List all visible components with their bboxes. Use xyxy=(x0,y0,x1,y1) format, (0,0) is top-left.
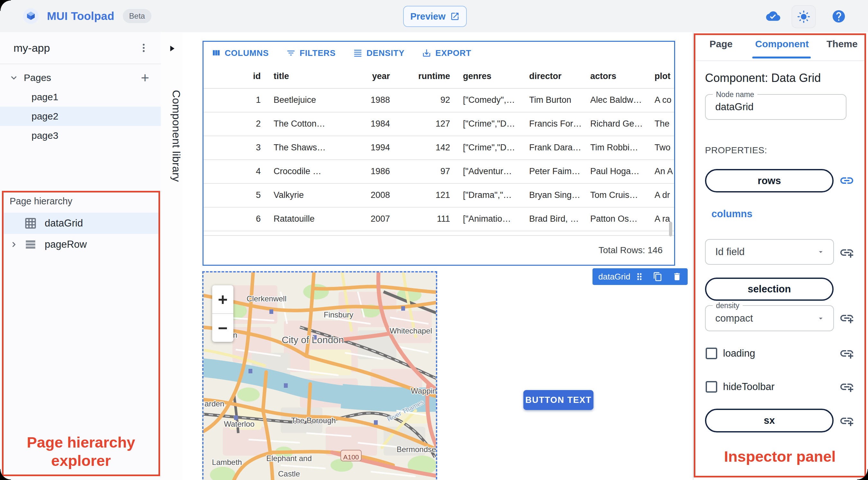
table-cell: Paul Hoga… xyxy=(584,160,648,183)
table-cell: 92 xyxy=(396,89,457,112)
page-canvas: COLUMNS FILTERS DENSITY EXPORT xyxy=(183,32,693,480)
map-label: Castle xyxy=(278,470,300,478)
table-cell: Alec Baldw… xyxy=(584,89,648,112)
tab-page[interactable]: Page xyxy=(710,38,733,50)
hierarchy-item-datagrid[interactable]: dataGrid xyxy=(3,213,158,234)
sidebar-item-page2[interactable]: page2 xyxy=(0,107,161,126)
zoom-out-button[interactable]: − xyxy=(212,314,234,342)
inspector-annotation: Inspector panel xyxy=(695,447,865,466)
duplicate-component-icon[interactable] xyxy=(653,272,662,282)
button-component[interactable]: BUTTON TEXT xyxy=(523,390,593,410)
table-cell: The Shaws… xyxy=(267,136,338,159)
datagrid-component[interactable]: COLUMNS FILTERS DENSITY EXPORT xyxy=(203,41,675,266)
chevron-right-icon[interactable] xyxy=(9,240,18,249)
hierarchy-item-pagerow[interactable]: pageRow xyxy=(3,234,158,255)
tab-component[interactable]: Component xyxy=(755,38,809,50)
loading-checkbox[interactable] xyxy=(706,348,717,359)
add-page-icon[interactable]: + xyxy=(141,71,149,85)
screen-corner xyxy=(0,0,11,11)
column-header[interactable]: year xyxy=(338,64,396,88)
table-cell: Crocodile … xyxy=(267,160,338,183)
table-cell: 3 xyxy=(204,136,267,159)
table-row[interactable]: 1 Beetlejuice 1988 92 ["Comedy",… Tim Bu… xyxy=(204,89,674,113)
delete-component-icon[interactable] xyxy=(672,272,682,282)
selected-component-chip: dataGrid xyxy=(592,268,688,285)
table-cell: 127 xyxy=(396,113,457,136)
filters-button-label: FILTERS xyxy=(300,48,336,58)
table-row[interactable]: 2 The Cotton… 1984 127 ["Crime","D… Fran… xyxy=(204,113,674,136)
table-cell: 142 xyxy=(396,136,457,159)
table-cell: ["Animatio… xyxy=(457,207,523,231)
screen-corner xyxy=(0,469,11,480)
column-header[interactable]: title xyxy=(267,64,338,88)
map-label: The Borough xyxy=(291,416,336,425)
column-header[interactable]: runtime xyxy=(396,64,457,88)
light-mode-icon xyxy=(797,10,810,24)
table-row[interactable]: 5 Valkyrie 2008 121 ["Drama","… Bryan Si… xyxy=(204,184,674,207)
table-cell: Beetlejuice xyxy=(267,89,338,112)
open-in-new-icon xyxy=(450,11,460,21)
bound-link-icon[interactable] xyxy=(839,173,855,188)
road-badge-label: A100 xyxy=(343,453,359,461)
datagrid-toolbar: COLUMNS FILTERS DENSITY EXPORT xyxy=(204,42,674,64)
sidebar-item-page1[interactable]: page1 xyxy=(0,87,161,107)
page-item-label: page3 xyxy=(31,130,58,141)
zoom-in-button[interactable]: + xyxy=(212,285,234,314)
drag-handle-icon[interactable] xyxy=(634,271,645,282)
add-binding-icon[interactable] xyxy=(839,245,855,260)
loading-label: loading xyxy=(723,348,755,359)
filters-button[interactable]: FILTERS xyxy=(286,48,336,58)
scrollbar-thumb[interactable] xyxy=(669,222,672,236)
column-header[interactable]: actors xyxy=(584,64,648,88)
table-cell: Peter Faim… xyxy=(523,160,584,183)
column-header[interactable]: plot xyxy=(648,64,674,88)
deploy-status-button[interactable] xyxy=(765,8,782,24)
table-cell: The xyxy=(648,113,674,136)
rows-property-button[interactable]: rows xyxy=(705,169,834,192)
id-field-select[interactable]: Id field xyxy=(705,239,834,265)
map-label: Bermondse xyxy=(397,445,436,454)
sx-property-button[interactable]: sx xyxy=(705,409,834,433)
map-component[interactable]: Clerkenwell Finsbury born Whitechapel Ci… xyxy=(202,271,437,480)
table-cell: 97 xyxy=(396,160,457,183)
total-rows-label: Total Rows: 146 xyxy=(598,245,662,255)
map-image: Clerkenwell Finsbury born Whitechapel Ci… xyxy=(204,273,437,480)
table-cell: ["Crime","D… xyxy=(457,136,523,159)
tab-theme[interactable]: Theme xyxy=(827,38,858,50)
sidebar-section-pages[interactable]: Pages + xyxy=(0,68,161,87)
table-row[interactable]: 4 Crocodile … 1986 97 ["Adventur… Peter … xyxy=(204,160,674,184)
density-button[interactable]: DENSITY xyxy=(353,48,404,58)
add-binding-icon[interactable] xyxy=(839,310,855,326)
column-header[interactable]: director xyxy=(523,64,584,88)
project-name: my-app xyxy=(13,42,50,54)
export-button[interactable]: EXPORT xyxy=(422,48,471,58)
add-binding-icon[interactable] xyxy=(839,379,855,394)
table-cell: A co xyxy=(648,89,674,112)
table-row[interactable]: 6 Ratatouille 2007 111 ["Animatio… Brad … xyxy=(204,207,674,231)
preview-button[interactable]: Preview xyxy=(403,6,467,27)
columns-button[interactable]: COLUMNS xyxy=(211,48,269,58)
page-hierarchy-title: Page hierarchy xyxy=(10,196,72,206)
help-button[interactable] xyxy=(831,9,846,24)
add-binding-icon[interactable] xyxy=(839,346,855,361)
brand: MUI Toolpad Beta xyxy=(0,8,151,24)
project-menu-kebab-icon[interactable] xyxy=(138,42,149,53)
columns-property-link[interactable]: columns xyxy=(711,208,752,220)
selection-property-button[interactable]: selection xyxy=(705,278,834,301)
table-cell: Frank Dara… xyxy=(523,136,584,159)
sidebar-item-page3[interactable]: page3 xyxy=(0,126,161,145)
column-header[interactable]: genres xyxy=(457,64,523,88)
table-cell: ["Adventur… xyxy=(457,160,523,183)
theme-toggle-button[interactable] xyxy=(792,5,816,28)
hide-toolbar-label: hideToolbar xyxy=(723,381,774,393)
expand-library-arrow-icon[interactable] xyxy=(168,44,176,53)
tabs-divider xyxy=(695,60,865,61)
column-header[interactable]: id xyxy=(204,64,267,88)
hide-toolbar-checkbox[interactable] xyxy=(706,381,717,393)
dropdown-caret-icon xyxy=(816,248,825,256)
map-label: arden xyxy=(205,399,224,408)
node-name-input[interactable] xyxy=(706,101,835,113)
map-label: Clerkenwell xyxy=(247,294,286,303)
add-binding-icon[interactable] xyxy=(839,413,855,428)
table-row[interactable]: 3 The Shaws… 1994 142 ["Crime","D… Frank… xyxy=(204,136,674,160)
